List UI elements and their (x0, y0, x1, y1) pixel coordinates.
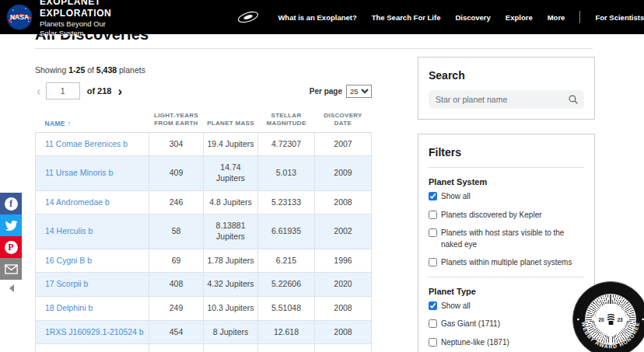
cell-discovery: 2008 (315, 320, 372, 344)
table-row: 14 Andromedae b 246 4.8 Jupiters 5.23133… (36, 190, 372, 214)
cell-lightyears: 409 (149, 156, 204, 190)
cell-magnitude: 6.61935 (258, 214, 315, 249)
site-header: NASA EXOPLANET EXPLORATION Planets Beyon… (0, 0, 644, 34)
cell-discovery: 2020 (315, 273, 372, 297)
table-row: 18 Delphini b 249 10.3 Jupiters 5.51048 … (36, 296, 372, 320)
column-header-lightyears[interactable]: Light-Years From Earth (149, 110, 204, 132)
cell-mass: 4.32 Jupiters (204, 273, 258, 297)
filter-option-label: Planets with host stars visible to the n… (441, 228, 584, 250)
checkbox[interactable] (429, 192, 437, 200)
table-row: 11 Comae Berenices b 304 19.4 Jupiters 4… (36, 132, 372, 156)
facebook-share-button[interactable]: f (0, 193, 22, 214)
table-row: 11 Ursae Minoris b 409 14.74 Jupiters 5.… (36, 156, 372, 190)
nav-search-for-life[interactable]: The Search For Life (372, 13, 441, 22)
planet-search-input[interactable] (429, 90, 584, 109)
collapse-rail-arrow-icon[interactable] (9, 284, 14, 292)
cell-discovery: 2018 (315, 344, 372, 352)
column-header-mass[interactable]: Planet Mass (204, 110, 258, 132)
filter-option-label: Neptune-like (1871) (441, 337, 509, 349)
email-share-button[interactable] (0, 258, 22, 280)
cell-lightyears: 304 (149, 132, 204, 156)
cell-mass: 8 Jupiters (204, 320, 258, 344)
planet-link[interactable]: 11 Ursae Minoris b (45, 168, 113, 177)
cell-discovery: 2009 (315, 156, 372, 190)
showing-prefix: Showing (35, 65, 66, 75)
filter-option-label: Gas Giant (1711) (441, 319, 500, 330)
per-page-select[interactable]: 25 (346, 85, 372, 98)
svg-text:WEBBY AWARD HONOREE: WEBBY AWARD HONOREE (581, 321, 640, 349)
page-number-input[interactable] (46, 82, 80, 99)
filter-option-multiple-systems[interactable]: Planets within multiple planet systems (429, 257, 584, 269)
nav-explore[interactable]: Explore (506, 13, 533, 22)
filter-option-label: Show all (441, 301, 471, 312)
next-page-button[interactable]: › (116, 85, 124, 98)
per-page-control: Per page 25 (310, 85, 372, 98)
filter-option-neptune-like[interactable]: Neptune-like (1871) (429, 337, 584, 349)
filter-option-show-all-system[interactable]: Show all (429, 191, 584, 203)
column-header-magnitude[interactable]: Stellar Magnitude (258, 110, 315, 132)
site-subtitle: Planets Beyond Our Solar System (40, 19, 111, 38)
table-row: 24 Bootis b 313 0.91 Jupiters 5.59 2018 (36, 344, 372, 352)
planet-link[interactable]: 11 Comae Berenices b (45, 139, 128, 148)
filter-group-divider (429, 277, 584, 277)
filter-option-label: Planets within multiple planet systems (441, 257, 572, 269)
search-panel-title: Search (429, 69, 584, 82)
filter-option-kepler[interactable]: Planets discovered by Kepler (429, 210, 584, 221)
table-header-row: Name ↑ Light-Years From Earth Planet Mas… (36, 110, 372, 132)
checkbox[interactable] (429, 319, 437, 328)
nav-for-scientists[interactable]: For Scientists (595, 13, 644, 22)
cell-magnitude: 5.22606 (258, 273, 315, 297)
checkbox[interactable] (429, 258, 437, 267)
table-row: 1RXS J160929.1-210524 b 454 8 Jupiters 1… (36, 320, 372, 344)
showing-total: 5,438 (96, 65, 117, 75)
planet-link[interactable]: 16 Cygni B b (45, 256, 92, 265)
search-icon[interactable] (568, 94, 579, 105)
checkbox[interactable] (429, 338, 437, 347)
cell-mass: 8.13881 Jupiters (204, 214, 258, 249)
nav-more[interactable]: More (548, 13, 565, 22)
checkbox[interactable] (429, 211, 437, 219)
cell-mass: 0.91 Jupiters (204, 344, 258, 352)
brand[interactable]: NASA EXOPLANET EXPLORATION Planets Beyon… (0, 0, 111, 38)
checkbox[interactable] (429, 228, 437, 237)
checkbox[interactable] (429, 301, 437, 310)
prev-page-button[interactable]: ‹ (35, 85, 43, 98)
email-icon (5, 264, 18, 274)
table-row: 16 Cygni B b 69 1.78 Jupiters 6.215 1996 (36, 249, 372, 273)
filters-panel: Filters Planet System Show all Planets d… (418, 134, 595, 352)
planet-link[interactable]: 17 Scorpii b (45, 279, 88, 288)
planet-link[interactable]: 14 Herculis b (45, 226, 93, 235)
nav-what-is-an-exoplanet[interactable]: What is an Exoplanet? (278, 13, 356, 22)
nav-discovery[interactable]: Discovery (455, 13, 490, 22)
column-header-discovery[interactable]: Discovery Date (315, 110, 372, 132)
planet-link[interactable]: 18 Delphini b (45, 303, 93, 312)
webby-award-badge[interactable]: 20 23 WEBBY AWARD HONOREE (572, 281, 644, 352)
cell-lightyears: 69 (149, 249, 204, 273)
showing-suffix: planets (119, 65, 145, 75)
cell-lightyears: 249 (149, 296, 204, 320)
filter-group-planet-system: Planet System (429, 177, 584, 186)
cell-mass: 19.4 Jupiters (204, 132, 258, 156)
twitter-icon (5, 219, 18, 232)
filter-option-naked-eye[interactable]: Planets with host stars visible to the n… (429, 228, 584, 250)
filter-option-show-all-type[interactable]: Show all (429, 301, 584, 312)
planets-table: Name ↑ Light-Years From Earth Planet Mas… (35, 110, 372, 352)
results-count: Showing 1-25 of 5,438 planets (35, 65, 372, 75)
sidebar: Search Filters Planet System Show all Pl… (418, 57, 595, 352)
filters-title: Filters (429, 146, 584, 159)
name-header-label: Name (45, 120, 65, 127)
cell-discovery: 1996 (315, 249, 372, 273)
page-head: All Discoveries (35, 34, 593, 49)
cell-magnitude: 5.51048 (258, 296, 315, 320)
site-title: EXOPLANET EXPLORATION (40, 0, 111, 19)
filter-option-gas-giant[interactable]: Gas Giant (1711) (429, 319, 584, 330)
cell-magnitude: 4.72307 (258, 132, 315, 156)
cell-discovery: 2007 (315, 132, 372, 156)
cell-mass: 1.78 Jupiters (204, 249, 258, 273)
pinterest-share-button[interactable]: P (0, 236, 22, 258)
column-header-name[interactable]: Name ↑ (36, 110, 149, 132)
brand-text: EXOPLANET EXPLORATION Planets Beyond Our… (40, 0, 111, 38)
planet-link[interactable]: 1RXS J160929.1-210524 b (45, 327, 144, 336)
twitter-share-button[interactable] (0, 214, 22, 236)
planet-link[interactable]: 14 Andromedae b (45, 197, 110, 207)
